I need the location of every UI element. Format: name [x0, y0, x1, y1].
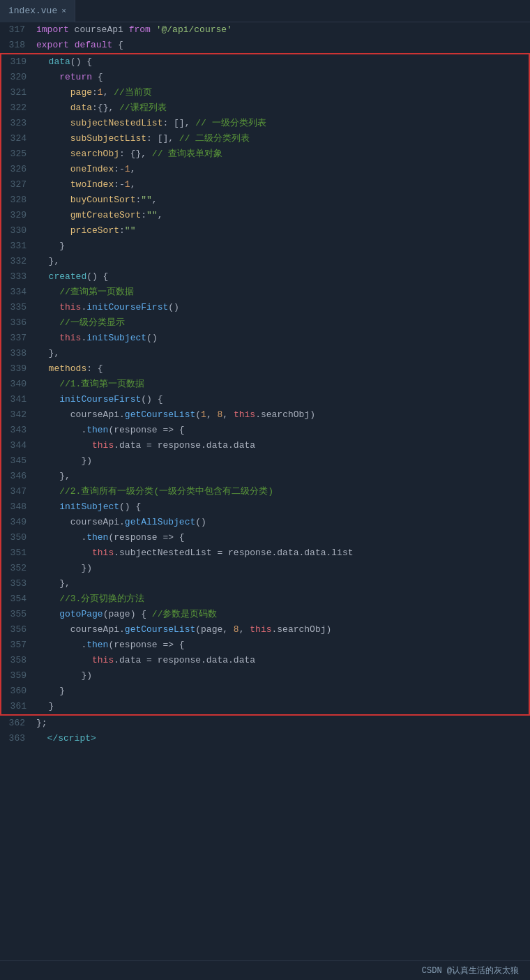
code-line-353: 353 }, [1, 576, 529, 591]
code-line-355: 355 gotoPage(page) { //参数是页码数 [1, 607, 529, 622]
code-line-328: 328 buyCountSort:"", [1, 193, 529, 208]
code-line-362: 362 }; [0, 716, 530, 731]
brand-label: CSDN @认真生活的灰太狼 [422, 965, 519, 977]
code-line-358: 358 this.data = response.data.data [1, 653, 529, 668]
code-line-363: 363 </script> [0, 731, 530, 746]
code-line-351: 351 this.subjectNestedList = response.da… [1, 545, 529, 561]
code-line-318: 318 export default { [0, 38, 530, 53]
code-line-356: 356 courseApi.getCourseList(page, 8, thi… [1, 622, 529, 638]
code-line-337: 337 this.initSubject() [1, 331, 529, 346]
tab-close-icon[interactable]: × [61, 7, 66, 15]
code-line-359: 359 }) [1, 668, 529, 684]
code-line-342: 342 courseApi.getCourseList(1, 8, this.s… [1, 407, 529, 423]
code-line-319: 319 data() { [1, 54, 529, 70]
highlight-block: 319 data() { 320 return { 321 page:1, //… [0, 53, 530, 716]
code-line-361: 361 } [1, 699, 529, 714]
code-line-341: 341 initCourseFirst() { [1, 392, 529, 407]
code-line-324: 324 subSubjectList: [], // 二级分类列表 [1, 131, 529, 146]
code-line-344: 344 this.data = response.data.data [1, 438, 529, 453]
code-line-343: 343 .then(response => { [1, 423, 529, 438]
code-line-331: 331 } [1, 239, 529, 254]
code-line-335: 335 this.initCourseFirst() [1, 300, 529, 315]
tab-filename: index.vue [8, 6, 57, 16]
code-line-357: 357 .then(response => { [1, 638, 529, 653]
code-line-325: 325 searchObj: {}, // 查询表单对象 [1, 146, 529, 162]
code-line-346: 346 }, [1, 469, 529, 484]
code-line-333: 333 created() { [1, 269, 529, 285]
code-line-334: 334 //查询第一页数据 [1, 285, 529, 300]
code-line-327: 327 twoIndex:-1, [1, 177, 529, 193]
code-line-321: 321 page:1, //当前页 [1, 85, 529, 100]
tab-bar: index.vue × [0, 0, 530, 22]
code-line-348: 348 initSubject() { [1, 499, 529, 515]
code-line-360: 360 } [1, 684, 529, 699]
code-line-349: 349 courseApi.getAllSubject() [1, 515, 529, 530]
file-tab[interactable]: index.vue × [0, 0, 75, 22]
code-line-339: 339 methods: { [1, 361, 529, 377]
code-line-329: 329 gmtCreateSort:"", [1, 208, 529, 223]
code-line-320: 320 return { [1, 70, 529, 85]
code-line-332: 332 }, [1, 254, 529, 269]
code-line-336: 336 //一级分类显示 [1, 315, 529, 331]
code-line-340: 340 //1.查询第一页数据 [1, 377, 529, 392]
code-line-347: 347 //2.查询所有一级分类(一级分类中包含有二级分类) [1, 484, 529, 499]
code-line-354: 354 //3.分页切换的方法 [1, 591, 529, 607]
code-line-345: 345 }) [1, 453, 529, 469]
code-line-350: 350 .then(response => { [1, 530, 529, 545]
code-line-326: 326 oneIndex:-1, [1, 162, 529, 177]
code-line-323: 323 subjectNestedList: [], // 一级分类列表 [1, 116, 529, 131]
code-line-330: 330 priceSort:"" [1, 223, 529, 239]
code-editor: 317 import courseApi from '@/api/course'… [0, 22, 530, 746]
code-line-338: 338 }, [1, 346, 529, 361]
code-line-317: 317 import courseApi from '@/api/course' [0, 22, 530, 38]
code-line-352: 352 }) [1, 561, 529, 576]
footer-bar: CSDN @认真生活的灰太狼 [0, 960, 530, 980]
code-line-322: 322 data:{}, //课程列表 [1, 100, 529, 116]
